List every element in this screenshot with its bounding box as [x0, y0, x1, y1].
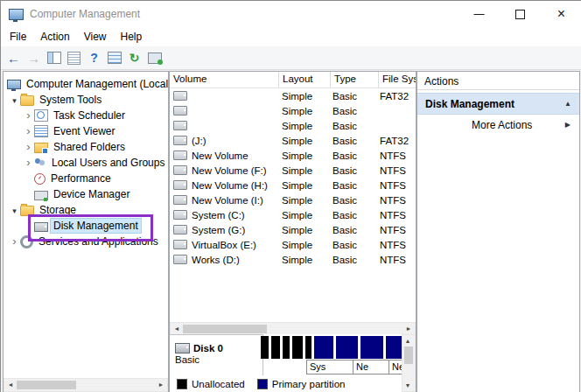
volume-name: System (G:)	[192, 225, 245, 235]
toolbar-export-list-button[interactable]	[105, 49, 123, 67]
volume-row[interactable]: System (G:)SimpleBasicNTFSH	[170, 222, 416, 237]
toolbar-show-console-tree-button[interactable]	[45, 49, 63, 67]
volume-filesystem: NTFS	[376, 210, 416, 220]
scrollbar-thumb[interactable]	[404, 346, 413, 364]
chevron-collapsed-icon[interactable]	[23, 155, 34, 171]
task-scheduler-icon	[34, 109, 48, 122]
menu-item-help[interactable]: Help	[114, 29, 150, 45]
primary-partition-segment[interactable]	[386, 336, 403, 359]
device-manager-icon	[34, 191, 48, 200]
tree-item-system-tools[interactable]: System Tools	[4, 92, 168, 108]
tree-item-disk-management[interactable]: Disk Management	[4, 218, 168, 234]
tree-item-label: Performance	[48, 172, 114, 186]
volume-row[interactable]: (J:)SimpleBasicFAT32H	[170, 133, 416, 148]
chevron-collapsed-icon[interactable]	[23, 123, 34, 139]
chevron-expanded-icon[interactable]	[9, 92, 20, 108]
menu-item-action[interactable]: Action	[33, 29, 76, 45]
toolbar-help-button[interactable]	[85, 49, 103, 67]
actions-section-disk-management[interactable]: Disk Management ▲	[417, 93, 579, 115]
primary-partition-segment[interactable]	[314, 336, 333, 359]
volume-name-cell: New Volume (I:)	[170, 195, 278, 206]
volume-row[interactable]: SimpleBasicH	[170, 118, 416, 133]
volume-layout: Simple	[278, 180, 329, 191]
tree-item-computer-management-local[interactable]: Computer Management (Local	[4, 76, 168, 92]
close-button[interactable]: ×	[541, 1, 581, 27]
chevron-collapsed-icon[interactable]	[9, 234, 20, 249]
scrollbar-thumb[interactable]	[17, 381, 76, 389]
maximize-button[interactable]	[500, 1, 541, 27]
menu-item-view[interactable]: View	[77, 29, 114, 45]
scroll-up-icon[interactable]: ▲	[402, 335, 414, 346]
disk-0-header-cell[interactable]: Disk 0 Basic	[170, 334, 263, 376]
tree-item-event-viewer[interactable]: Event Viewer	[4, 123, 168, 139]
chevron-collapsed-icon[interactable]	[23, 108, 34, 123]
tree-item-task-scheduler[interactable]: Task Scheduler	[4, 108, 168, 123]
scroll-left-icon[interactable]: ◄	[171, 323, 183, 334]
unallocated-partition-segment[interactable]	[283, 336, 290, 359]
properties-icon	[67, 52, 80, 65]
volume-row[interactable]: System (C:)SimpleBasicNTFSH	[170, 207, 416, 222]
minimize-button[interactable]: —	[458, 1, 500, 27]
actions-section-label: Disk Management	[425, 98, 514, 110]
volume-row[interactable]: New Volume (H:)SimpleBasicNTFSH	[170, 178, 416, 192]
volume-layout: Simple	[278, 91, 329, 102]
volume-layout: Simple	[278, 210, 329, 220]
tree-item-label: Services and Applications	[36, 234, 161, 248]
toolbar-refresh-button[interactable]	[125, 49, 144, 67]
volume-list-header: VolumeLayoutTypeFile SystemS	[170, 72, 416, 88]
unallocated-partition-segment[interactable]	[305, 336, 312, 359]
tree-item-storage[interactable]: Storage	[4, 202, 168, 218]
volume-name: New Volume (I:)	[192, 195, 263, 206]
volume-row[interactable]: SimpleBasicH	[170, 103, 416, 118]
more-actions-item[interactable]: More Actions ▶	[417, 115, 579, 135]
unallocated-partition-segment[interactable]	[292, 336, 303, 359]
column-header-file-system[interactable]: File System	[379, 72, 416, 88]
column-header-layout[interactable]: Layout	[279, 72, 331, 88]
tree-item-performance[interactable]: Performance	[4, 171, 168, 186]
toolbar-properties-button[interactable]	[65, 49, 83, 67]
volume-row[interactable]: Works (D:)SimpleBasicNTFSH	[170, 252, 416, 267]
menu-item-file[interactable]: File	[3, 29, 33, 45]
volume-row[interactable]: New VolumeSimpleBasicNTFSH	[170, 148, 416, 163]
tree-item-label: Disk Management	[51, 219, 141, 233]
volume-name-cell: New Volume (H:)	[170, 180, 278, 191]
volume-type: Basic	[329, 106, 376, 116]
volume-row[interactable]: VirtualBox (E:)SimpleBasicNTFSH	[170, 237, 416, 252]
unallocated-partition-segment[interactable]	[261, 336, 269, 359]
scroll-right-icon[interactable]: ►	[155, 379, 167, 390]
toolbar-rescan-disks-button[interactable]	[145, 49, 164, 67]
column-header-volume[interactable]: Volume	[170, 72, 279, 88]
tree-item-device-manager[interactable]: Device Manager	[4, 186, 168, 202]
tree-item-shared-folders[interactable]: Shared Folders	[4, 139, 168, 155]
tree-horizontal-scrollbar[interactable]: ◄ ►	[4, 378, 168, 392]
toolbar-forward-button[interactable]	[24, 49, 43, 67]
disk-graphical-view: Disk 0 Basic SysNeNe	[170, 334, 403, 376]
volume-name: New Volume	[192, 150, 248, 161]
volume-name-cell: (J:)	[170, 136, 278, 146]
volume-layout: Simple	[278, 106, 329, 116]
partition-label-cell[interactable]: Ne	[353, 360, 389, 374]
primary-partition-segment[interactable]	[336, 336, 358, 359]
toolbar-back-button[interactable]	[4, 49, 23, 67]
volume-row[interactable]: New Volume (I:)SimpleBasicNTFSH	[170, 192, 416, 207]
scrollbar-thumb[interactable]	[183, 325, 267, 333]
volume-row[interactable]: SimpleBasicFAT32H	[170, 88, 416, 103]
unallocated-partition-segment[interactable]	[271, 336, 280, 359]
scroll-left-icon[interactable]: ◄	[4, 379, 17, 390]
scroll-right-icon[interactable]: ►	[402, 323, 415, 334]
drive-icon	[173, 165, 187, 175]
volume-type: Basic	[329, 240, 376, 250]
volume-name: New Volume (F:)	[192, 165, 267, 176]
disk-vertical-scrollbar[interactable]: ▲ ▼	[402, 334, 416, 392]
chevron-collapsed-icon[interactable]	[23, 139, 34, 155]
chevron-expanded-icon[interactable]	[9, 202, 20, 219]
collapse-section-icon[interactable]: ▲	[564, 100, 571, 108]
scroll-down-icon[interactable]: ▼	[402, 380, 414, 391]
primary-partition-segment[interactable]	[360, 336, 383, 359]
column-header-type[interactable]: Type	[331, 72, 379, 88]
partition-label-cell[interactable]: Sys	[306, 360, 354, 374]
tree-item-services-and-applications[interactable]: Services and Applications	[4, 234, 168, 249]
close-icon: ×	[557, 6, 565, 22]
volume-row[interactable]: New Volume (F:)SimpleBasicNTFSH	[170, 163, 416, 178]
tree-item-local-users-and-groups[interactable]: Local Users and Groups	[4, 155, 168, 171]
